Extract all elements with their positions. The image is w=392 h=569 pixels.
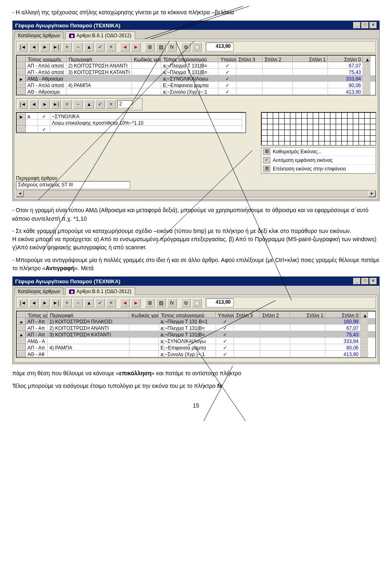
tab-catalogue-2[interactable]: Κατάλογος άρθρων (14, 287, 64, 295)
nav3-prev-icon[interactable]: ◄ (29, 298, 39, 307)
titlebar: Γέφυρα Αγιωργίτικου Ποταμού (ΤΕΧΝΙΚΑ) _ … (13, 21, 379, 30)
nav-first-icon[interactable]: |◄ (18, 43, 28, 52)
red2-right-icon[interactable]: ► (131, 298, 141, 307)
maximize-button-2[interactable]: □ (361, 278, 369, 284)
col-type[interactable]: Τύπος γραμμής (26, 56, 67, 62)
table-row[interactable]: ●ΑΠ - Απ1) ΚΟΙΤΟΣΤΡΩΣΗ ΠΛΑΚΟΣΙa;~Πλεγμα … (17, 318, 375, 325)
edit-icon[interactable]: ▲ (84, 43, 94, 52)
image-menu-icon: ▨ (263, 148, 270, 155)
nav2-ok-icon[interactable]: ✓ (95, 100, 105, 109)
nav2-first-icon[interactable]: |◄ (18, 100, 28, 109)
table-row[interactable]: ΑΜΔ - Αa;~ΣΥΝΟΛΙΚΑ|Λογω✓333,84 (17, 338, 375, 344)
table-row[interactable]: ►ΑΜΔ - Αθροισμαa;~ΣΥΝΟΛΙΚΑ|Λογω✓333,84 (17, 75, 375, 82)
article-description[interactable]: Σιδηρούς οπλισμός ST III (16, 181, 130, 189)
red-right-icon[interactable]: ► (131, 43, 141, 52)
table-row[interactable]: ΑΠ - Απ4) ΡΑΜΠΑE;~Επιφανεια ραμπα✓80,06 (17, 344, 375, 351)
nav3-ok-icon[interactable]: ✓ (95, 298, 105, 307)
nav2-edit-icon[interactable]: ▲ (84, 100, 94, 109)
nav3-add-icon[interactable]: + (62, 298, 72, 307)
nav2-next-icon[interactable]: ► (40, 100, 50, 109)
close-button[interactable]: × (370, 22, 377, 29)
table-row[interactable]: ΑΠ - Απλό αποτέ2) ΚΟΙΤΟΣΤΡΩΣΗ ΑΝΑΝΤΙa;~Π… (17, 62, 375, 69)
grid-main[interactable]: Τύπος γραμμής Περιγραφή Κωδικός γραμμής … (16, 55, 376, 96)
toolbar-lower: |◄ ◄ ► ►| + − ▲ ✓ × 2 (16, 98, 143, 110)
col-s2[interactable]: Στήλη 2 (263, 56, 293, 62)
col-desc[interactable]: Περιγραφή (67, 56, 132, 62)
cancel-icon[interactable]: × (106, 43, 116, 52)
table-row[interactable]: ΑΠ - Απ2) ΚΟΙΤΟΣΤΡΩΣΗ ΑΝΑΝΤΙa;~Πλεγμα Τ … (17, 325, 375, 331)
red2-left-icon[interactable]: ◄ (120, 298, 130, 307)
nav-last-icon[interactable]: ►| (51, 43, 61, 52)
scrollbar[interactable]: ◄ ► (16, 190, 376, 197)
table-row[interactable]: ΑΘ - Αθροισμαa;~Συνολο (Xγρ.)~:1✓413,90 (17, 88, 375, 95)
delete-icon[interactable]: − (73, 43, 83, 52)
fx-icon[interactable]: fx (167, 43, 177, 52)
col-s0[interactable]: Στήλη 0 (328, 56, 363, 62)
nav2-del-icon[interactable]: − (73, 100, 83, 109)
col-up[interactable]: Υπολογισμός (218, 56, 236, 62)
image-icon[interactable]: ▨ (156, 43, 166, 52)
scroll-left-icon[interactable]: ◄ (16, 190, 24, 197)
paste-icon[interactable]: 📋 (192, 43, 202, 52)
scroll-up-icon[interactable]: ▲ (363, 56, 370, 62)
app-window-1: Γέφυρα Αγιωργίτικου Ποταμού (ΤΕΧΝΙΚΑ) _ … (12, 20, 380, 201)
nav3-edit-icon[interactable]: ▲ (84, 298, 94, 307)
menu-define-image[interactable]: ▨Καθορισμός Εικόνας... (261, 148, 376, 156)
calc2-icon[interactable]: ⊞ (145, 298, 155, 307)
formula-a[interactable]: a (26, 113, 38, 119)
image-preview[interactable] (261, 112, 376, 146)
table-row[interactable]: ΑΠ - Απλό αποτέ3) ΚΟΙΤΟΣΤΡΩΣΗ ΚΑΤΑΝΤΙa;~… (17, 69, 375, 75)
image2-icon[interactable]: ▨ (156, 298, 166, 307)
red-left-icon[interactable]: ◄ (120, 43, 130, 52)
scroll-up-icon-2[interactable]: ▲ (361, 311, 368, 318)
calc-icon[interactable]: ⊞ (145, 43, 155, 52)
table-row[interactable]: ΑΠ - Απλό αποτέ4) ΡΑΜΠΑE;~Επιφανεια ραμπ… (17, 82, 375, 88)
fx2-icon[interactable]: fx (167, 298, 177, 307)
col-s1[interactable]: Στήλη 1 (293, 56, 328, 62)
minimize-button-2[interactable]: _ (353, 278, 361, 284)
grid-main-2[interactable]: Τύπος γραμ Περιγραφή Κωδικός γραμμής Τύπ… (16, 311, 376, 358)
label-description: Περιγραφή άρθρου (16, 175, 376, 181)
window-title-2: Γέφυρα Αγιωργίτικου Ποταμού (ΤΕΧΝΙΚΑ) (15, 278, 120, 284)
context-menu: ▨Καθορισμός Εικόνας... ✓Αυτόματη εμφάνισ… (261, 147, 376, 174)
col-s3[interactable]: Στήλη 3 (236, 56, 263, 62)
nav3-first-icon[interactable]: |◄ (18, 298, 28, 307)
nav3-last-icon[interactable]: ►| (51, 298, 61, 307)
menu-auto-image[interactable]: ✓Αυτόματη εμφάνιση εικόνας (261, 156, 376, 165)
nav2-prev-icon[interactable]: ◄ (29, 100, 39, 109)
table-row[interactable]: ΑΘ - Αθa;~Συνολο (Xγρ.)~:1✓413,90 (17, 351, 375, 357)
nav3-del-icon[interactable]: − (73, 298, 83, 307)
paste2-icon[interactable]: 📋 (192, 298, 202, 307)
nav-next-icon[interactable]: ► (40, 43, 50, 52)
minimize-button[interactable]: _ (353, 22, 361, 29)
nav3-cancel-icon[interactable]: × (106, 298, 116, 307)
nav2-add-icon[interactable]: + (62, 100, 72, 109)
toolbar-upper-2: |◄ ◄ ► ►| + − ▲ ✓ × ◄ ► ⊞ ▨ fx ⧉ 📋 (16, 297, 376, 309)
tab-catalogue[interactable]: Κατάλογος άρθρων (14, 31, 64, 39)
nav3-next-icon[interactable]: ► (40, 298, 50, 307)
add-icon[interactable]: + (62, 43, 72, 52)
window-title: Γέφυρα Αγιωργίτικου Ποταμού (ΤΕΧΝΙΚΑ) (15, 22, 120, 29)
nav2-cancel-icon[interactable]: × (106, 100, 116, 109)
scroll-right-icon[interactable]: ► (368, 190, 376, 197)
formula-text1[interactable]: ~ΣΥΝΟΛΙΚΑ (50, 113, 242, 119)
formula-text2[interactable]: Λογω επικαλυψης προστιθεται 10%~*1.10 (50, 119, 242, 126)
nav-prev-icon[interactable]: ◄ (29, 43, 39, 52)
maximize-button[interactable]: □ (361, 22, 369, 29)
close-button-2[interactable]: × (370, 278, 377, 284)
col-calc[interactable]: Τύπος υπολογισμού (161, 56, 218, 62)
tab-article[interactable]: ■ Αρθρο:Β.6.1 (ΟΔΟ-2612) (65, 31, 135, 39)
tab-icon-2: ■ (69, 289, 75, 294)
display-value: 413,90 (206, 43, 234, 52)
confirm-icon[interactable]: ✓ (95, 43, 105, 52)
copy2-icon[interactable]: ⧉ (181, 298, 191, 307)
col-code[interactable]: Κωδικός γραμμής (132, 56, 161, 62)
table-row[interactable]: ●ΑΠ - Απ3) ΚΟΙΤΟΣΤΡΩΣΗ ΚΑΤΑΝΤΙa;~Πλεγμα … (17, 331, 375, 338)
bullet-copy: - Μπορούμε να αντιγράψουμε μία ή πολλές … (12, 256, 380, 273)
tab-article-2[interactable]: ■ Αρθρο:Β.6.1 (ΟΔΟ-2612) (65, 287, 135, 295)
copy-icon[interactable]: ⧉ (181, 43, 191, 52)
menu-expand-image[interactable]: ▨Επέκταση εικόνας στην επιφάνεια (261, 165, 376, 173)
nav2-last-icon[interactable]: ►| (51, 100, 61, 109)
line-index[interactable]: 2 (117, 100, 133, 108)
app-window-2: Γέφυρα Αγιωργίτικου Ποταμού (ΤΕΧΝΙΚΑ) _ … (12, 276, 380, 364)
